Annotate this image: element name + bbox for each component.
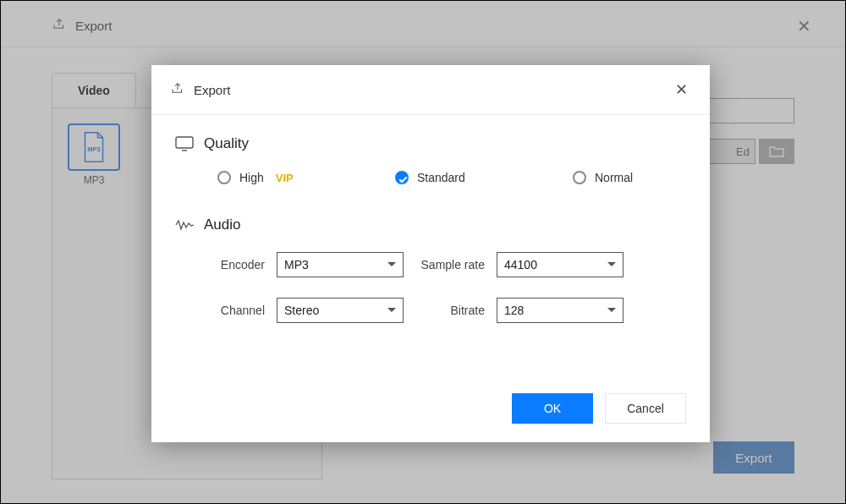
export-settings-modal: Export ✕ Quality High VIP Standard Norma…	[151, 65, 710, 442]
chevron-down-icon	[607, 306, 616, 315]
modal-body: Quality High VIP Standard Normal Audio	[151, 115, 710, 323]
ok-button[interactable]: OK	[512, 393, 593, 424]
radio-unchecked-icon	[217, 171, 231, 184]
audio-fields: Encoder MP3 Sample rate 44100 Channel St…	[175, 252, 686, 323]
audio-label: Audio	[204, 216, 240, 233]
radio-unchecked-icon	[573, 171, 586, 184]
export-icon	[170, 80, 185, 99]
waveform-icon	[175, 217, 194, 233]
modal-close-button[interactable]: ✕	[672, 77, 691, 102]
monitor-icon	[175, 136, 194, 151]
radio-checked-icon	[395, 171, 409, 184]
modal-title: Export	[194, 83, 230, 97]
modal-footer: OK Cancel	[512, 393, 686, 424]
chevron-down-icon	[387, 306, 396, 315]
encoder-label: Encoder	[217, 258, 277, 271]
svg-rect-1	[176, 137, 193, 148]
cancel-button[interactable]: Cancel	[605, 393, 686, 424]
vip-badge: VIP	[276, 172, 294, 184]
quality-options: High VIP Standard Normal	[175, 171, 686, 184]
quality-section-header: Quality	[175, 135, 686, 152]
quality-label: Quality	[204, 135, 249, 152]
channel-select[interactable]: Stereo	[277, 298, 404, 323]
quality-option-standard[interactable]: Standard	[395, 171, 573, 184]
bitrate-label: Bitrate	[404, 304, 497, 317]
modal-header: Export ✕	[151, 65, 710, 115]
bitrate-select[interactable]: 128	[497, 298, 624, 323]
sample-rate-label: Sample rate	[404, 258, 497, 271]
encoder-select[interactable]: MP3	[277, 252, 404, 277]
quality-option-high[interactable]: High VIP	[217, 171, 395, 184]
sample-rate-select[interactable]: 44100	[497, 252, 624, 277]
channel-label: Channel	[217, 304, 277, 317]
chevron-down-icon	[607, 260, 616, 269]
chevron-down-icon	[387, 260, 396, 269]
quality-option-normal[interactable]: Normal	[573, 171, 633, 184]
audio-section-header: Audio	[175, 216, 686, 233]
